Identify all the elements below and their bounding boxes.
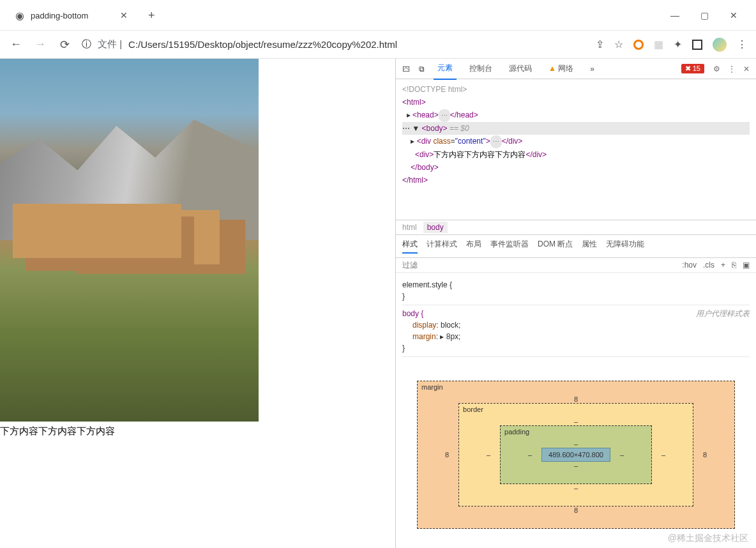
tab-title: padding-bottom (31, 11, 88, 20)
style-filter-row: :hov .cls + ⎘ ▣ (396, 258, 756, 273)
globe-icon: ◉ (15, 10, 24, 22)
crumb-body[interactable]: body (423, 222, 448, 233)
rule-origin: 用户代理样式表 (696, 308, 750, 319)
url-field[interactable]: ⓘ 文件 | C:/Users/15195/Desktop/object/res… (82, 38, 586, 50)
settings-icon[interactable]: ⚙ (713, 65, 720, 73)
window-maximize-icon[interactable]: ▢ (690, 10, 719, 20)
hov-toggle[interactable]: :hov (682, 261, 697, 270)
tab-strip: ◉ padding-bottom ✕ + (0, 0, 162, 31)
crumb-html[interactable]: html (402, 223, 417, 232)
styletab-dombp[interactable]: DOM 断点 (538, 239, 573, 254)
styletab-styles[interactable]: 样式 (402, 239, 418, 254)
page-content: 下方内容下方内容下方内容 (0, 59, 396, 548)
dom-tree[interactable]: <!DOCTYPE html> <html> ▸ <head>⋯</head> … (396, 79, 756, 220)
tab-sources[interactable]: 源代码 (505, 58, 536, 79)
new-tab-button[interactable]: + (140, 4, 162, 26)
devtools-panel: ⮹ ⧉ 元素 控制台 源代码 ▲ 网络 » ✖ 15 ⚙ ⋮ ✕ <!DOCTY… (396, 59, 756, 548)
toggle-sidebar-icon[interactable]: ▣ (743, 261, 750, 270)
panel-icon[interactable] (692, 40, 702, 50)
window-close-icon[interactable]: ✕ (719, 10, 748, 20)
padding-label: padding (504, 428, 529, 436)
url-path: C:/Users/15195/Desktop/object/resume/zzz… (128, 39, 397, 50)
devtools-toolbar: ⮹ ⧉ 元素 控制台 源代码 ▲ 网络 » ✖ 15 ⚙ ⋮ ✕ (396, 59, 756, 79)
profile-avatar[interactable] (713, 38, 727, 52)
content-image (0, 59, 259, 422)
error-badge[interactable]: ✖ 15 (681, 64, 704, 73)
dom-body-line[interactable]: ⋯ ▼ <body> == $0 (402, 122, 750, 135)
box-model[interactable]: margin 8 8 border – – padding – (396, 361, 756, 548)
devtools-menu-icon[interactable]: ⋮ (728, 65, 736, 73)
style-rules[interactable]: element.style { } 用户代理样式表 body { display… (396, 273, 756, 361)
watermark: @稀土掘金技术社区 (668, 533, 748, 544)
ring-icon[interactable] (633, 40, 644, 50)
breadcrumb[interactable]: html body (396, 220, 756, 235)
back-button[interactable]: ← (9, 38, 23, 51)
add-rule-button[interactable]: + (721, 261, 725, 270)
styletab-listeners[interactable]: 事件监听器 (490, 239, 529, 254)
styletab-layout[interactable]: 布局 (466, 239, 481, 254)
warning-icon: ▲ (548, 64, 556, 73)
device-icon[interactable]: ⧉ (419, 65, 425, 73)
window-minimize-icon[interactable]: — (660, 10, 690, 20)
margin-label: margin (421, 383, 443, 391)
more-tabs-icon[interactable]: » (586, 59, 598, 79)
doctype-line: <!DOCTYPE html> (402, 85, 467, 94)
style-tabs: 样式 计算样式 布局 事件监听器 DOM 断点 属性 无障碍功能 (396, 235, 756, 258)
browser-tab[interactable]: ◉ padding-bottom ✕ (6, 4, 137, 27)
tab-network[interactable]: ▲ 网络 (545, 58, 577, 79)
copy-styles-icon[interactable]: ⎘ (732, 261, 736, 270)
info-icon[interactable]: ⓘ (82, 38, 91, 50)
url-prefix: 文件 | (98, 38, 122, 50)
style-filter-input[interactable] (402, 261, 676, 270)
app-icon[interactable]: ▦ (654, 38, 663, 50)
styletab-a11y[interactable]: 无障碍功能 (606, 239, 644, 254)
tab-console[interactable]: 控制台 (465, 58, 496, 79)
bookmark-icon[interactable]: ☆ (614, 38, 623, 50)
styletab-computed[interactable]: 计算样式 (427, 239, 457, 254)
tab-elements[interactable]: 元素 (434, 57, 457, 80)
inspect-icon[interactable]: ⮹ (402, 65, 410, 73)
below-text: 下方内容下方内容下方内容 (0, 422, 395, 441)
menu-icon[interactable]: ⋮ (737, 38, 747, 50)
tab-close-icon[interactable]: ✕ (120, 10, 128, 20)
styletab-props[interactable]: 属性 (582, 239, 597, 254)
devtools-close-icon[interactable]: ✕ (743, 65, 750, 73)
content-size: 489.600×470.800 (541, 448, 610, 462)
address-bar: ← → ⟳ ⓘ 文件 | C:/Users/15195/Desktop/obje… (0, 31, 756, 59)
share-icon[interactable]: ⇪ (596, 38, 604, 50)
extensions-icon[interactable]: ✦ (674, 38, 682, 50)
forward-button[interactable]: → (33, 38, 47, 51)
cls-toggle[interactable]: .cls (703, 261, 714, 270)
border-label: border (463, 406, 483, 413)
toolbar-icons: ⇪ ☆ ▦ ✦ ⋮ (596, 38, 747, 52)
reload-button[interactable]: ⟳ (57, 38, 72, 52)
main-area: 下方内容下方内容下方内容 ⮹ ⧉ 元素 控制台 源代码 ▲ 网络 » ✖ 15 … (0, 59, 756, 548)
